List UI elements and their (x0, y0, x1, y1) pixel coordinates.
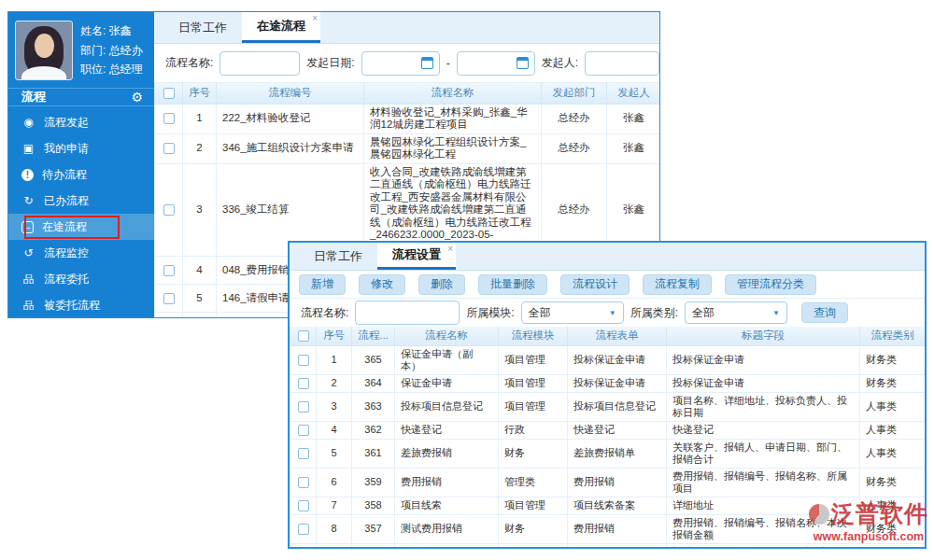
table-row[interactable]: 4362快递登记行政快递登记快递登记人事类 (290, 421, 926, 439)
initiator-input[interactable] (585, 51, 659, 76)
tab-flow-settings[interactable]: 流程设置 × (377, 243, 456, 270)
table-cell: 4 (183, 257, 217, 285)
select-all-checkbox[interactable] (298, 330, 309, 342)
add-button[interactable]: 新增 (299, 274, 346, 295)
flow-settings-table: 序号流程...流程名称流程模块流程表单标题字段流程类别 1365保证金申请（副本… (290, 327, 925, 547)
manage-flow-category-button[interactable]: 管理流程分类 (725, 274, 816, 295)
sidebar-item-label: 流程发起 (44, 115, 89, 131)
sidebar-item-label: 在途流程 (42, 219, 87, 235)
row-checkbox[interactable] (163, 265, 175, 276)
table-cell: 费用报销 (568, 514, 667, 543)
table-cell: 详细地址 (667, 497, 860, 514)
calendar-icon[interactable] (517, 57, 529, 69)
column-header[interactable]: 发起人 (607, 83, 660, 104)
row-checkbox[interactable] (298, 378, 309, 389)
table-row[interactable]: 3363投标项目信息登记项目管理投标项目信息登记项目名称、详细地址、投标负责人、… (290, 392, 926, 421)
row-checkbox[interactable] (163, 293, 175, 304)
table-cell: 总经办 (542, 133, 607, 163)
main-filter-bar: 流程名称: 发起日期: - 发起人: (154, 44, 659, 83)
date-from-input[interactable] (361, 51, 440, 76)
delete-button[interactable]: 删除 (418, 274, 465, 295)
table-row[interactable]: 2364保证金申请项目管理投标保证金申请投标保证金申请财务类 (290, 374, 926, 392)
table-cell: 关联客户、报销人、申请日期、部门、报销合计 (667, 439, 860, 468)
table-cell: 364 (352, 374, 395, 392)
edit-button[interactable]: 修改 (359, 274, 405, 295)
table-row[interactable]: 8357测试费用报销财务费用报销费用报销、报销编号、报销名称、本次报销金额财务类 (290, 514, 926, 543)
row-checkbox[interactable] (163, 204, 175, 216)
table-cell: 张鑫 (607, 104, 660, 133)
sidebar-item-in-transit-flows[interactable]: →在途流程 (8, 214, 154, 240)
table-cell: 人事类 (860, 439, 926, 468)
row-checkbox[interactable] (298, 355, 309, 366)
table-cell: 张鑫 (607, 133, 660, 163)
table-row[interactable]: 1222_材料验收登记材料验收登记_材料采购_张鑫_华润12城房建工程项目总经办… (155, 104, 660, 133)
table-row[interactable]: 5361差旅费报销财务差旅费报销单关联客户、报销人、申请日期、部门、报销合计人事… (290, 439, 926, 468)
tab-in-transit-flows[interactable]: 在途流程 × (242, 12, 320, 43)
table-row[interactable]: 6359费用报销管理类费用报销费用报销、报销编号、报销名称、所属项目财务类 (290, 468, 926, 497)
flow-design-button[interactable]: 流程设计 (560, 274, 630, 295)
table-cell: 5 (317, 439, 352, 468)
sidebar-item-done-flows[interactable]: ↻已办流程 (8, 188, 154, 214)
row-checkbox[interactable] (298, 500, 309, 511)
table-cell: 差旅费报销 (395, 439, 499, 468)
table-row[interactable]: 7358项目线索项目管理项目线索备案详细地址人事类 (290, 497, 926, 514)
column-header[interactable]: 流程表单 (568, 327, 667, 345)
table-cell: 6 (317, 468, 352, 497)
close-icon[interactable]: × (312, 14, 318, 23)
sidebar-item-flow-initiate[interactable]: ◉流程发起 (8, 109, 154, 135)
flow-name-input[interactable] (355, 301, 460, 325)
gear-icon[interactable]: ⚙ (131, 90, 143, 105)
calendar-icon[interactable] (421, 57, 433, 69)
sidebar-item-delegated-flows[interactable]: 品被委托流程 (8, 292, 154, 318)
row-checkbox[interactable] (163, 113, 175, 124)
category-label: 所属类别: (630, 305, 678, 321)
overlay-filter-bar: 流程名称: 所属模块: 全部 ▼ 所属类别: 全部 ▼ 查询 (290, 299, 925, 327)
row-checkbox[interactable] (298, 524, 309, 535)
row-checkbox[interactable] (298, 401, 309, 413)
sidebar-item-my-applications[interactable]: ▣我的申请 (8, 135, 154, 161)
table-row[interactable]: 9356设计审查项目管理设计审查设计审查、项目名称、专业、设计人、制单日期人事类 (290, 543, 926, 547)
batch-delete-button[interactable]: 批量删除 (478, 274, 547, 295)
search-button[interactable]: 查询 (801, 302, 848, 323)
table-row[interactable]: 2346_施工组织设计方案申请晨铭园林绿化工程组织设计方案_晨铭园林绿化工程总经… (155, 133, 660, 163)
start-date-label: 发起日期: (306, 55, 354, 71)
column-header[interactable]: 标题字段 (667, 327, 860, 345)
refresh-icon: ↺ (21, 246, 35, 259)
column-header[interactable]: 序号 (183, 83, 217, 104)
column-header[interactable]: 流程名称 (364, 83, 542, 104)
row-checkbox[interactable] (298, 477, 309, 488)
row-checkbox[interactable] (163, 143, 175, 154)
date-to-input[interactable] (457, 51, 535, 76)
flow-copy-button[interactable]: 流程复制 (643, 274, 712, 295)
column-header[interactable]: 流程模块 (499, 327, 568, 345)
column-header[interactable]: 流程... (352, 327, 395, 345)
sidebar-section-title: 流程 (21, 89, 46, 105)
user-position: 职位: 总经理 (80, 62, 143, 77)
table-cell: 差旅费报销单 (568, 439, 667, 468)
sidebar-item-flow-monitor[interactable]: ↺流程监控 (8, 240, 154, 266)
table-cell: 费用报销 (395, 468, 499, 497)
user-department: 部门: 总经办 (80, 43, 143, 59)
sidebar-item-flow-delegate[interactable]: 品流程委托 (8, 266, 154, 292)
column-header[interactable]: 流程类别 (860, 327, 926, 345)
column-header[interactable]: 序号 (317, 327, 352, 345)
select-all-checkbox[interactable] (163, 88, 175, 99)
row-checkbox[interactable] (298, 448, 309, 459)
close-icon[interactable]: × (447, 245, 453, 254)
table-row[interactable]: 1365保证金申请（副本）项目管理投标保证金申请投标保证金申请财务类 (290, 345, 926, 374)
tab-daily-work[interactable]: 日常工作 (163, 12, 242, 43)
column-header[interactable]: 流程名称 (395, 327, 499, 345)
category-select[interactable]: 全部 ▼ (685, 301, 787, 324)
table-cell: 人事类 (860, 497, 926, 514)
flow-name-input[interactable] (219, 51, 300, 76)
transit-icon: → (21, 221, 34, 233)
tab-daily-work[interactable]: 日常工作 (299, 243, 377, 270)
column-header[interactable]: 流程编号 (217, 83, 364, 104)
chevron-down-icon: ▼ (772, 309, 780, 317)
row-checkbox[interactable] (298, 425, 309, 436)
column-header[interactable]: 发起部门 (542, 83, 607, 104)
sidebar-item-todo-flows[interactable]: !待办流程 (8, 161, 154, 188)
table-cell: 快递登记 (568, 421, 667, 439)
module-select[interactable]: 全部 ▼ (521, 301, 624, 324)
initiator-label: 发起人: (542, 55, 578, 71)
